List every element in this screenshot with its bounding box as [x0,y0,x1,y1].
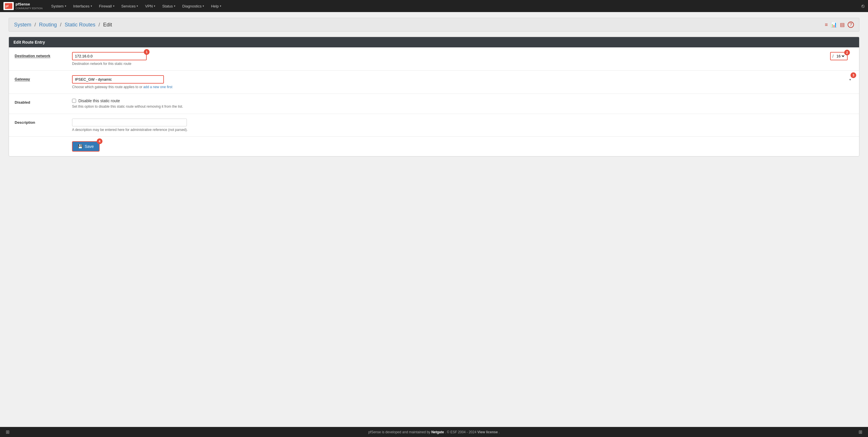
breadcrumb-sep-1: / [34,22,37,28]
main-content: System / Routing / Static Routes / Edit … [0,12,868,427]
dest-ip-row: 1 / 012345678910111213141516171819202122… [72,52,854,60]
gateway-help-pre: Choose which gateway this route applies … [72,85,143,89]
dest-ip-field: 1 [72,52,147,60]
description-label: Description [14,119,72,125]
card-header: Edit Route Entry [9,37,859,48]
save-row: 💾 Save 4 [9,137,859,156]
list-icon[interactable]: ▤ [840,22,845,28]
save-button-label: Save [85,144,94,149]
nav-help[interactable]: Help▾ [208,2,224,11]
card-title: Edit Route Entry [13,40,45,44]
nav-diagnostics[interactable]: Diagnostics▾ [179,2,207,11]
nav-vpn[interactable]: VPN▾ [142,2,158,11]
footer: ⊞ pfSense is developed and maintained by… [0,427,868,437]
save-button-wrap: 💾 Save 4 [72,141,100,152]
nav-status[interactable]: Status▾ [159,2,178,11]
brand-logo[interactable]: pf pfSense COMMUNITY EDITION [3,2,42,10]
footer-right-icon[interactable]: ⊞ [859,429,862,435]
edit-route-card: Edit Route Entry Destination network 1 [9,37,859,156]
footer-center: pfSense is developed and maintained by N… [9,430,859,434]
nav-services[interactable]: Services▾ [119,2,141,11]
destination-network-row: Destination network 1 / 0123456789101112… [9,48,859,71]
destination-network-label: Destination network [14,52,72,58]
top-navbar: pf pfSense COMMUNITY EDITION System▾ Int… [0,0,868,12]
gateway-select[interactable]: IPSEC_GW - dynamic [72,75,164,84]
disabled-control: Disable this static route Set this optio… [72,98,854,108]
breadcrumb-sep-2: / [60,22,63,28]
logo-box: pf [3,2,14,10]
card-body: Destination network 1 / 0123456789101112… [9,48,859,156]
badge-1: 1 [144,49,150,55]
breadcrumb-edit: Edit [103,22,112,28]
disabled-help-text: Set this option to disable this static r… [72,104,854,108]
disabled-label: Disabled [14,98,72,104]
disabled-row: Disabled Disable this static route Set t… [9,94,859,114]
description-input[interactable] [72,119,187,126]
sliders-icon[interactable]: ≡ [825,22,828,28]
breadcrumb-static-routes[interactable]: Static Routes [65,22,95,28]
nav-interfaces[interactable]: Interfaces▾ [70,2,95,11]
gateway-select-wrap: IPSEC_GW - dynamic ▾ 3 [72,75,854,84]
breadcrumb-routing[interactable]: Routing [39,22,57,28]
help-icon[interactable]: ? [848,22,854,28]
brand-name: pfSense COMMUNITY EDITION [16,2,42,10]
gateway-label: Gateway [14,75,72,81]
badge-4: 4 [97,138,102,144]
gateway-dropdown-arrow: ▾ [849,77,851,81]
description-row: Description A description may be entered… [9,114,859,137]
chart-icon[interactable]: 📊 [831,22,837,28]
footer-brand: Netgate [431,430,444,434]
nav-firewall[interactable]: Firewall▾ [96,2,117,11]
footer-left-icon[interactable]: ⊞ [6,429,9,435]
add-gateway-link[interactable]: add a new one first [143,85,172,89]
badge-3: 3 [850,72,856,78]
footer-text-mid: is developed and maintained by [382,430,431,434]
nav-menu: System▾ Interfaces▾ Firewall▾ Services▾ … [48,2,861,11]
disabled-checkbox-label[interactable]: Disable this static route [79,98,120,103]
footer-text-pre: pfSense [368,430,381,434]
cidr-separator: / [832,54,834,59]
gateway-control: IPSEC_GW - dynamic ▾ 3 Choose which gate… [72,75,854,89]
gateway-help-text: Choose which gateway this route applies … [72,85,854,89]
destination-ip-input[interactable] [72,52,147,60]
footer-license-link[interactable]: View license [477,430,498,434]
breadcrumb-system[interactable]: System [14,22,31,28]
footer-period: . [499,430,499,434]
nav-system[interactable]: System▾ [48,2,69,11]
svg-text:pf: pf [5,4,9,8]
footer-text-post: . © ESF 2004 - 2024 [445,430,477,434]
pfsense-logo-icon: pf [5,3,12,9]
description-help-text: A description may be entered here for ad… [72,128,854,132]
cidr-select[interactable]: 0123456789101112131415161718192021222324… [835,54,845,59]
logout-icon[interactable]: ⎋ [861,3,865,9]
disabled-checkbox-row: Disable this static route [72,98,854,103]
breadcrumb-bar: System / Routing / Static Routes / Edit … [9,18,859,32]
disabled-checkbox[interactable] [72,99,76,103]
gateway-row: Gateway IPSEC_GW - dynamic ▾ 3 Choose wh… [9,71,859,94]
breadcrumb: System / Routing / Static Routes / Edit [14,22,112,28]
destination-inputs: 1 / 012345678910111213141516171819202122… [72,52,854,66]
breadcrumb-sep-3: / [98,22,101,28]
destination-help-text: Destination network for this static rout… [72,62,854,66]
badge-2: 2 [844,50,850,55]
save-button[interactable]: 💾 Save [72,141,100,152]
save-icon: 💾 [78,144,83,149]
breadcrumb-icons: ≡ 📊 ▤ ? [825,22,854,28]
description-control: A description may be entered here for ad… [72,119,854,132]
cidr-container: / 01234567891011121314151617181920212223… [830,52,848,60]
